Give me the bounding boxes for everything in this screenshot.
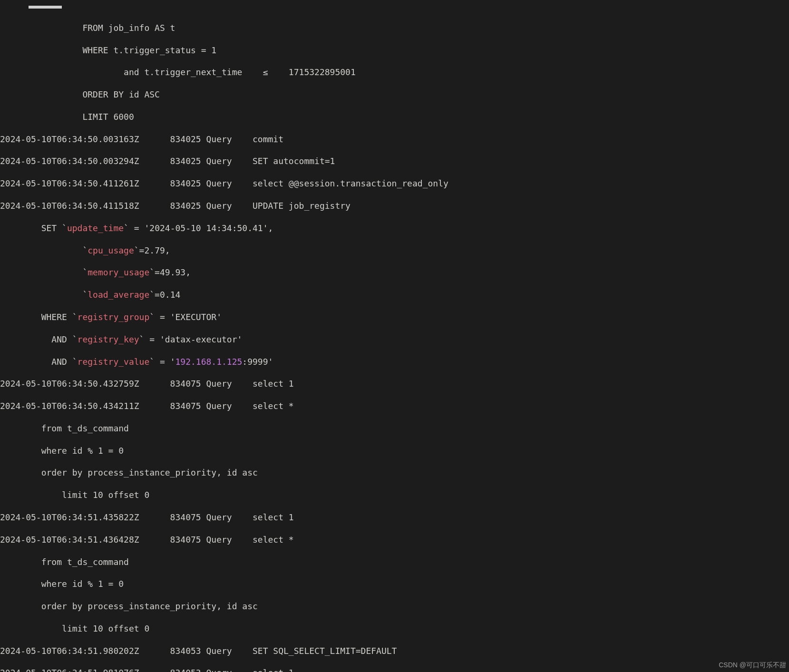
log-line: from t_ds_command [0,556,789,567]
log-line: ORDER BY id ASC [0,89,789,100]
log-line: where id % 1 = 0 [0,578,789,589]
sql-column: load_average [88,290,149,300]
log-line: 2024-05-10T06:34:50.411518Z 834025 Query… [0,200,789,211]
sql-column: memory_usage [88,267,149,277]
log-line: and t.trigger_next_time ≤ 1715322895001 [0,67,789,78]
log-line: WHERE `registry_group` = 'EXECUTOR' [0,312,789,322]
log-line: FROM job_info AS t [0,22,789,33]
sql-column: registry_key [78,334,139,344]
log-line: 2024-05-10T06:34:50.003294Z 834025 Query… [0,156,789,166]
log-line: order by process_instance_priority, id a… [0,467,789,478]
log-line: 2024-05-10T06:34:50.434211Z 834075 Query… [0,400,789,411]
terminal-viewport[interactable]: FROM job_info AS t WHERE t.trigger_statu… [0,11,789,672]
sql-column: update_time [67,223,124,233]
log-line: 2024-05-10T06:34:51.981076Z 834053 Query… [0,667,789,672]
log-line: `cpu_usage`=2.79, [0,245,789,256]
log-line: 2024-05-10T06:34:51.435822Z 834075 Query… [0,512,789,523]
log-line: from t_ds_command [0,423,789,434]
sql-column: cpu_usage [88,245,134,255]
log-line: limit 10 offset 0 [0,489,789,500]
log-line: LIMIT 6000 [0,111,789,122]
log-line: where id % 1 = 0 [0,445,789,456]
log-line: 2024-05-10T06:34:51.436428Z 834075 Query… [0,534,789,545]
terminal-tab-indicator [29,6,62,9]
watermark: CSDN @可口可乐不甜 [719,661,786,669]
log-line: AND `registry_value` = '192.168.1.125:99… [0,356,789,367]
log-line: 2024-05-10T06:34:51.980202Z 834053 Query… [0,645,789,656]
log-line: `memory_usage`=49.93, [0,267,789,278]
log-line: 2024-05-10T06:34:50.003163Z 834025 Query… [0,134,789,145]
log-line: 2024-05-10T06:34:50.411261Z 834025 Query… [0,178,789,189]
log-line: order by process_instance_priority, id a… [0,601,789,612]
log-line: WHERE t.trigger_status = 1 [0,45,789,56]
log-line: SET `update_time` = '2024-05-10 14:34:50… [0,223,789,234]
log-line: limit 10 offset 0 [0,623,789,634]
ip-literal: 192.168.1.125 [175,357,242,367]
log-line: AND `registry_key` = 'datax-executor' [0,334,789,345]
log-line: 2024-05-10T06:34:50.432759Z 834075 Query… [0,378,789,389]
log-line: `load_average`=0.14 [0,289,789,300]
sql-column: registry_value [78,357,150,367]
sql-column: registry_group [78,312,150,322]
